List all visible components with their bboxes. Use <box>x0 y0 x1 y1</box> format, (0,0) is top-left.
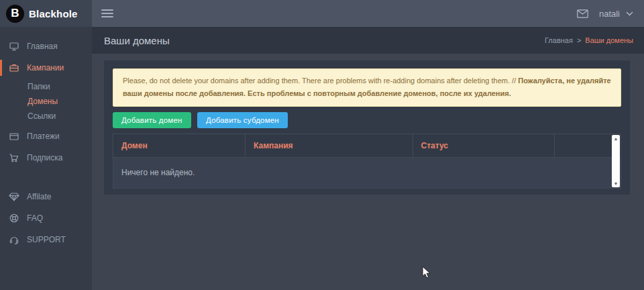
mouse-cursor <box>422 266 431 279</box>
sidebar-item-campaigns[interactable]: Кампании <box>0 58 92 78</box>
add-subdomain-button[interactable]: Добавить субдомен <box>197 112 288 128</box>
chevron-down-icon <box>626 11 633 16</box>
sidebar-item-label: Папки <box>28 82 50 91</box>
sidebar-item-label: Affilate <box>27 192 51 201</box>
topbar: natali <box>92 0 644 27</box>
table-header-row: Домен Кампания Статус <box>113 134 621 158</box>
breadcrumb-current: Ваши домены <box>585 36 633 44</box>
table-row: Ничего не найдено. <box>113 157 621 188</box>
breadcrumb-home[interactable]: Главная <box>545 36 573 44</box>
content-area: Please, do not delete your domains after… <box>92 54 644 290</box>
sidebar-item-faq[interactable]: FAQ <box>0 208 92 228</box>
sidebar-item-folders[interactable]: Папки <box>0 79 92 94</box>
sidebar-item-label: Платежи <box>27 132 60 141</box>
scroll-up-icon[interactable]: ▲ <box>614 136 619 141</box>
column-header-domain: Домен <box>113 134 246 158</box>
sidebar: B Blackhole Главная Кампании Папки Домен… <box>0 0 92 290</box>
column-header-actions <box>555 134 621 158</box>
credit-card-icon <box>9 131 19 142</box>
table-scrollbar[interactable]: ▲ ▼ <box>612 135 620 188</box>
sidebar-item-home[interactable]: Главная <box>0 36 92 56</box>
warning-alert-text-en: Please, do not delete your domains after… <box>123 77 518 85</box>
app-window: B Blackhole Главная Кампании Папки Домен… <box>0 0 644 290</box>
main-area: natali Ваши домены Главная > Ваши домены… <box>92 0 644 290</box>
sidebar-item-affiliate[interactable]: Affilate <box>0 187 92 207</box>
warning-alert: Please, do not delete your domains after… <box>113 68 621 107</box>
hamburger-icon[interactable] <box>101 9 113 17</box>
sidebar-item-label: Кампании <box>27 63 64 72</box>
sidebar-item-support[interactable]: SUPPORT <box>0 230 92 250</box>
user-menu[interactable]: natali <box>599 9 633 19</box>
sidebar-item-links[interactable]: Ссылки <box>0 109 92 124</box>
cart-icon <box>9 152 19 163</box>
username: natali <box>599 9 620 19</box>
sidebar-nav: Главная Кампании Папки Домены Ссылки Пла… <box>0 27 92 250</box>
sidebar-item-label: Ссылки <box>28 111 56 121</box>
actions-row: Добавить домен Добавить субдомен <box>113 112 621 128</box>
domains-table-wrap: Домен Кампания Статус Ничего не найдено. <box>113 134 621 189</box>
page-title: Ваши домены <box>104 35 170 46</box>
brand-logo-icon: B <box>6 5 24 23</box>
monitor-icon <box>9 41 19 52</box>
sidebar-item-label: Подписка <box>27 153 62 162</box>
topbar-right: natali <box>577 9 633 19</box>
page-header: Ваши домены Главная > Ваши домены <box>92 27 644 54</box>
sidebar-item-subscription[interactable]: Подписка <box>0 148 92 168</box>
lifebuoy-icon <box>9 213 19 224</box>
brand-logo[interactable]: B Blackhole <box>0 0 92 27</box>
add-domain-button[interactable]: Добавить домен <box>113 112 191 128</box>
sidebar-item-payments[interactable]: Платежи <box>0 126 92 146</box>
domains-table: Домен Кампания Статус Ничего не найдено. <box>113 134 621 189</box>
gem-icon <box>9 191 19 202</box>
sidebar-item-label: Главная <box>27 42 58 51</box>
briefcase-icon <box>9 62 19 73</box>
sidebar-item-label: FAQ <box>27 213 43 223</box>
breadcrumb-separator: > <box>577 36 581 44</box>
sidebar-item-domains[interactable]: Домены <box>0 94 92 109</box>
domains-panel: Please, do not delete your domains after… <box>104 60 630 195</box>
sidebar-item-label: Домены <box>28 97 58 106</box>
sidebar-submenu-campaigns: Папки Домены Ссылки <box>0 79 92 124</box>
envelope-icon[interactable] <box>577 9 588 18</box>
brand-name: Blackhole <box>29 8 78 19</box>
empty-message: Ничего не найдено. <box>113 157 621 188</box>
scroll-down-icon[interactable]: ▼ <box>614 181 619 186</box>
column-header-status: Статус <box>413 134 555 158</box>
column-header-campaign: Кампания <box>246 134 413 158</box>
breadcrumb: Главная > Ваши домены <box>545 36 633 44</box>
headset-icon <box>9 234 19 245</box>
sidebar-item-label: SUPPORT <box>27 235 66 244</box>
